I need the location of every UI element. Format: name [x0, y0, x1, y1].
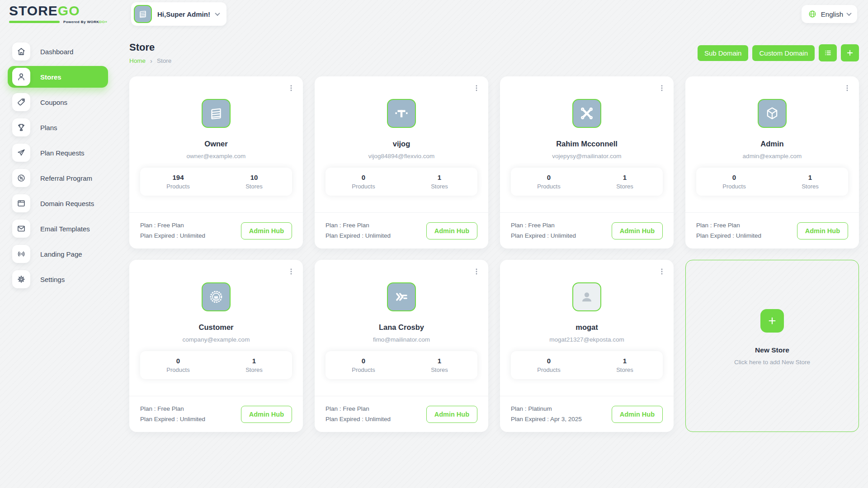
sidebar-item-label: Email Templates	[40, 225, 90, 233]
sidebar-item-stores[interactable]: Stores	[8, 66, 108, 88]
logo-store-text: STORE	[9, 3, 58, 18]
page-title: Store	[129, 42, 171, 53]
card-menu-button[interactable]	[656, 265, 668, 278]
store-card: vijog vijog84894@flexvio.com 0Products 1…	[315, 76, 488, 249]
store-avatar	[202, 282, 231, 311]
card-menu-button[interactable]	[841, 82, 854, 94]
kebab-menu-icon	[844, 84, 851, 92]
storego-logo: STOREGO Powered By WORKDO+	[9, 4, 118, 24]
logo-wordmark: STOREGO	[9, 4, 118, 18]
knot-x-logo-icon	[579, 106, 594, 121]
sidebar-item-domain-requests[interactable]: Domain Requests	[8, 192, 108, 214]
card-menu-button[interactable]	[656, 82, 668, 94]
kebab-menu-icon	[473, 268, 480, 275]
sidebar-item-dashboard[interactable]: Dashboard	[8, 41, 108, 62]
kebab-menu-icon	[288, 268, 295, 275]
sidebar-item-email-templates[interactable]: Email Templates	[8, 218, 108, 239]
gear-icon	[16, 274, 26, 284]
workdo-work-text: WORK	[87, 20, 99, 24]
add-new-store-button[interactable]	[760, 309, 784, 333]
language-selector[interactable]: English	[802, 5, 857, 23]
list-view-button[interactable]	[819, 44, 837, 61]
products-count: 0	[140, 357, 216, 365]
user-icon	[16, 72, 26, 82]
chevron-down-icon	[846, 11, 851, 16]
admin-hub-button[interactable]: Admin Hub	[241, 222, 292, 239]
stores-count: 1	[216, 357, 292, 365]
plan-text: Plan : Free Plan	[140, 404, 205, 414]
store-stats: 0Products 1Stores	[511, 168, 663, 196]
products-count: 0	[511, 174, 587, 181]
kebab-menu-icon	[658, 84, 665, 92]
stores-label: Stores	[401, 183, 477, 190]
card-menu-button[interactable]	[470, 82, 483, 94]
store-cards-grid: Owner owner@example.com 194Products 10St…	[129, 76, 859, 432]
products-label: Products	[326, 183, 401, 190]
sidebar-item-label: Dashboard	[40, 48, 73, 56]
sidebar-item-plans[interactable]: Plans	[8, 117, 108, 138]
sidebar-item-label: Plans	[40, 124, 57, 131]
store-email: mogat21327@ekposta.com	[549, 336, 624, 343]
admin-hub-button[interactable]: Admin Hub	[241, 406, 292, 423]
sidebar-item-referral-program[interactable]: Referral Program	[8, 167, 108, 189]
sidebar-item-label: Coupons	[40, 99, 67, 106]
stores-count: 1	[587, 357, 663, 365]
broadcast-icon	[16, 249, 26, 259]
new-store-title: New Store	[755, 346, 789, 354]
t-logo-icon	[394, 106, 409, 121]
card-menu-button[interactable]	[470, 265, 483, 278]
chevrons-lambda-icon	[394, 289, 409, 305]
sidebar-item-settings[interactable]: Settings	[8, 268, 108, 290]
card-footer: Plan : Free PlanPlan Expired : Unlimited…	[129, 212, 303, 249]
sidebar-item-landing-page[interactable]: Landing Page	[8, 243, 108, 265]
breadcrumb-home-link[interactable]: Home	[129, 57, 146, 64]
store-card: Admin admin@example.com 0Products 1Store…	[685, 76, 859, 249]
products-label: Products	[326, 366, 401, 373]
store-name: Owner	[204, 140, 227, 148]
sidebar-item-label: Stores	[40, 73, 61, 81]
plan-text: Plan : Free Plan	[696, 221, 761, 230]
person-icon	[579, 289, 595, 305]
store-email: vojepysy@mailinator.com	[552, 153, 621, 160]
admin-hub-button[interactable]: Admin Hub	[426, 406, 477, 423]
admin-hub-button[interactable]: Admin Hub	[797, 222, 848, 239]
store-avatar	[572, 282, 601, 311]
plan-text: Plan : Free Plan	[326, 404, 391, 414]
products-count: 0	[326, 357, 401, 365]
store-card: Rahim Mcconnell vojepysy@mailinator.com …	[500, 76, 674, 249]
chevron-down-icon	[215, 11, 220, 16]
new-store-subtitle: Click here to add New Store	[734, 359, 810, 366]
kebab-menu-icon	[658, 268, 665, 275]
store-card: mogat mogat21327@ekposta.com 0Products 1…	[500, 260, 674, 432]
sidebar-item-plan-requests[interactable]: Plan Requests	[8, 142, 108, 164]
store-name: mogat	[576, 323, 598, 332]
breadcrumb-separator: ›	[150, 57, 152, 65]
stores-label: Stores	[216, 183, 292, 190]
store-stats: 194Products 10Stores	[140, 168, 292, 196]
plus-icon	[846, 49, 854, 57]
new-store-card[interactable]: New Store Click here to add New Store	[685, 260, 859, 432]
sub-domain-button[interactable]: Sub Domain	[698, 45, 749, 61]
powered-by-text: Powered By	[63, 20, 87, 24]
card-footer: Plan : Free PlanPlan Expired : Unlimited…	[500, 212, 674, 249]
admin-hub-button[interactable]: Admin Hub	[612, 406, 663, 423]
sidebar-item-coupons[interactable]: Coupons	[8, 91, 108, 113]
home-icon	[16, 47, 26, 56]
store-name: vijog	[393, 140, 410, 148]
store-avatar	[572, 99, 601, 128]
kebab-menu-icon	[473, 84, 480, 92]
stores-count: 10	[216, 174, 292, 181]
admin-hub-button[interactable]: Admin Hub	[426, 222, 477, 239]
store-avatar	[758, 99, 787, 128]
plan-expired-text: Plan Expired : Unlimited	[511, 231, 576, 241]
products-label: Products	[696, 183, 772, 190]
stores-count: 1	[401, 357, 477, 365]
custom-domain-button[interactable]: Custom Domain	[752, 45, 815, 61]
store-stats: 0Products 1Stores	[696, 168, 848, 196]
card-menu-button[interactable]	[285, 265, 297, 278]
header-actions: Sub Domain Custom Domain	[698, 44, 859, 61]
add-store-button[interactable]	[841, 44, 859, 61]
user-menu[interactable]: Hi,Super Admin!	[131, 2, 226, 26]
admin-hub-button[interactable]: Admin Hub	[612, 222, 663, 239]
card-menu-button[interactable]	[285, 82, 297, 94]
